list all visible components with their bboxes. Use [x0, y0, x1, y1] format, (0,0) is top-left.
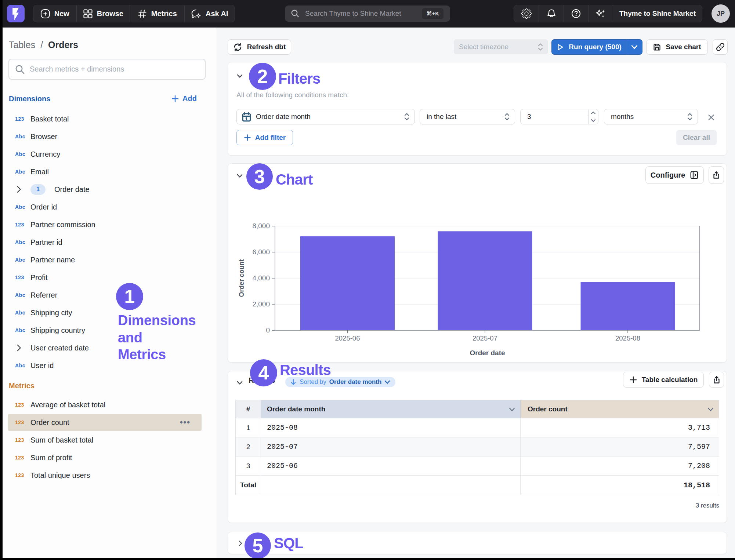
svg-text:8,000: 8,000 [252, 222, 270, 230]
svg-text:Order date: Order date [470, 349, 505, 357]
svg-text:2,000: 2,000 [252, 300, 270, 308]
svg-text:2025-07: 2025-07 [472, 334, 497, 342]
svg-text:Order count: Order count [238, 259, 245, 297]
svg-text:4,000: 4,000 [252, 274, 270, 282]
svg-text:2025-06: 2025-06 [335, 334, 360, 342]
svg-text:6,000: 6,000 [252, 248, 270, 256]
svg-text:0: 0 [266, 326, 270, 334]
svg-text:2025-08: 2025-08 [615, 334, 640, 342]
